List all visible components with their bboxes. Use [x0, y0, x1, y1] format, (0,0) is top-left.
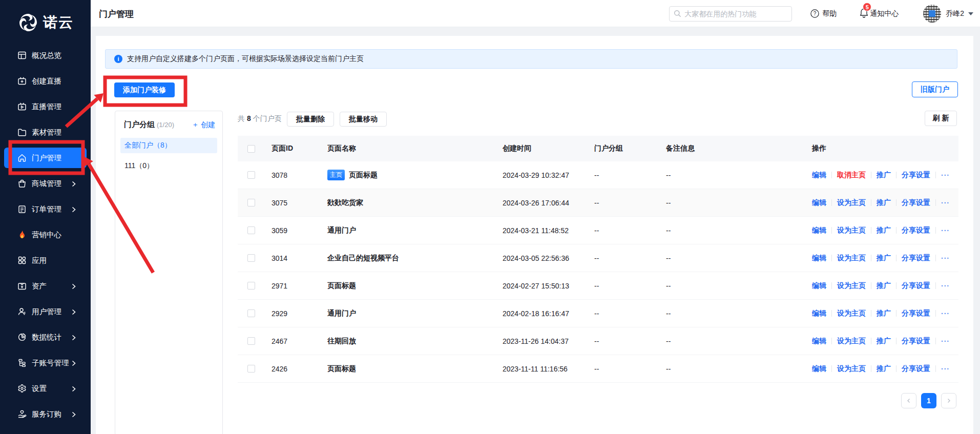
avatar [923, 5, 941, 23]
row-checkbox[interactable] [247, 309, 255, 317]
page-name: 欻欻吃货家 [327, 198, 363, 208]
row-checkbox[interactable] [247, 337, 255, 345]
select-all-checkbox[interactable] [247, 145, 255, 153]
next-page-button[interactable] [941, 393, 956, 408]
sidebar-item-label: 用户管理 [32, 307, 61, 317]
action-link[interactable]: 设为主页 [837, 364, 866, 374]
action-link[interactable]: 分享设置 [902, 198, 930, 208]
action-link[interactable]: 编辑 [812, 254, 826, 263]
action-link[interactable]: 推广 [877, 309, 891, 318]
action-link[interactable]: 推广 [877, 254, 891, 263]
sidebar-item-4[interactable]: 素材管理 [4, 122, 87, 142]
info-banner: i 支持用户自定义搭建多个门户页面，可根据实际场景选择设定当前门户主页 [105, 49, 957, 69]
action-link[interactable]: 编辑 [812, 281, 826, 291]
action-link[interactable]: 设为主页 [837, 337, 866, 346]
top-header: 门户管理 ? 帮助 5 通知中心 乔峰2 [91, 0, 980, 27]
note-value: -- [666, 244, 671, 272]
sidebar-item-5[interactable]: 门户管理 [4, 148, 87, 168]
row-checkbox[interactable] [247, 199, 255, 206]
sidebar-item-3[interactable]: 直播管理 [4, 96, 87, 117]
batch-delete-button[interactable]: 批量删除 [287, 112, 334, 127]
action-link[interactable]: ··· [941, 226, 950, 235]
batch-move-button[interactable]: 批量移动 [340, 112, 387, 127]
sidebar-item-13[interactable]: 子账号管理 [4, 353, 87, 373]
action-link[interactable]: 分享设置 [902, 309, 930, 318]
sidebar-item-14[interactable]: 设置 [4, 378, 87, 399]
sidebar-item-6[interactable]: 商城管理 [4, 173, 87, 194]
page-id: 2426 [272, 355, 287, 382]
row-actions: 编辑设为主页推广分享设置··· [812, 355, 950, 382]
page-id: 2929 [272, 300, 287, 327]
action-link[interactable]: 编辑 [812, 226, 826, 235]
sidebar-item-label: 概况总览 [32, 51, 61, 60]
action-link[interactable]: 推广 [877, 337, 891, 346]
sidebar-item-10[interactable]: 资产 [4, 276, 87, 296]
sidebar-item-label: 应用 [32, 256, 47, 265]
action-link[interactable]: 推广 [877, 281, 891, 291]
action-link[interactable]: 分享设置 [902, 281, 930, 291]
row-checkbox[interactable] [247, 365, 255, 373]
sidebar-item-9[interactable]: 应用 [4, 250, 87, 271]
sidebar-item-1[interactable]: 概况总览 [4, 45, 87, 66]
action-link[interactable]: ··· [941, 171, 950, 179]
sidebar-item-12[interactable]: 数据统计 [4, 327, 87, 347]
legacy-portal-button[interactable]: 旧版门户 [912, 81, 958, 97]
search-input[interactable] [684, 10, 787, 18]
row-checkbox[interactable] [247, 254, 255, 262]
action-link[interactable]: 编辑 [812, 198, 826, 208]
add-portal-button[interactable]: 添加门户装修 [114, 82, 175, 97]
subaccount-icon [17, 358, 27, 368]
created-time: 2023-11-26 14:04:37 [503, 327, 569, 355]
action-link[interactable]: 推广 [877, 226, 891, 235]
notification-center[interactable]: 5 通知中心 [859, 8, 899, 19]
action-link[interactable]: 设为主页 [837, 198, 866, 208]
row-checkbox[interactable] [247, 171, 255, 179]
action-link[interactable]: ··· [941, 282, 950, 290]
action-link[interactable]: ··· [941, 309, 950, 318]
row-checkbox[interactable] [247, 282, 255, 290]
action-link[interactable]: 分享设置 [902, 254, 930, 263]
action-link[interactable]: ··· [941, 365, 950, 373]
note-value: -- [666, 327, 671, 355]
row-checkbox[interactable] [247, 226, 255, 234]
note-value: -- [666, 217, 671, 244]
action-link[interactable]: 推广 [877, 171, 891, 180]
action-link[interactable]: 分享设置 [902, 226, 930, 235]
action-link[interactable]: 设为主页 [837, 254, 866, 263]
action-link[interactable]: 取消主页 [837, 171, 866, 180]
user-menu[interactable]: 乔峰2 [923, 5, 973, 23]
action-link[interactable]: 分享设置 [902, 364, 930, 374]
row-actions: 编辑取消主页推广分享设置··· [812, 161, 950, 189]
page-1-button[interactable]: 1 [921, 393, 936, 408]
prev-page-button[interactable] [901, 393, 916, 408]
group-item-2[interactable]: 111（0） [120, 158, 217, 174]
refresh-button[interactable]: 刷 新 [925, 111, 957, 126]
action-link[interactable]: ··· [941, 199, 950, 207]
sidebar-item-15[interactable]: 服务订购 [4, 404, 87, 424]
action-link[interactable]: ··· [941, 337, 950, 345]
action-link[interactable]: 分享设置 [902, 171, 930, 180]
action-link[interactable]: 设为主页 [837, 226, 866, 235]
action-link[interactable]: 编辑 [812, 171, 826, 180]
sidebar-item-8[interactable]: 营销中心 [4, 224, 87, 245]
action-link[interactable]: 推广 [877, 364, 891, 374]
action-link[interactable]: 推广 [877, 198, 891, 208]
action-link[interactable]: 编辑 [812, 309, 826, 318]
column-header: 操作 [812, 136, 826, 161]
sidebar-item-label: 数据统计 [32, 333, 61, 342]
sidebar-item-7[interactable]: 订单管理 [4, 199, 87, 219]
action-link[interactable]: 分享设置 [902, 337, 930, 346]
sidebar-item-11[interactable]: 用户管理 [4, 301, 87, 322]
action-link[interactable]: ··· [941, 254, 950, 262]
sidebar-item-2[interactable]: 创建直播 [4, 71, 87, 91]
create-group-button[interactable]: ＋ 创建 [192, 120, 215, 130]
action-link[interactable]: 设为主页 [837, 309, 866, 318]
action-link[interactable]: 编辑 [812, 337, 826, 346]
action-link[interactable]: 编辑 [812, 364, 826, 374]
app-logo: 诺云 [0, 0, 91, 33]
group-panel-title: 门户分组 [124, 120, 155, 130]
search-box[interactable] [669, 6, 792, 22]
action-link[interactable]: 设为主页 [837, 281, 866, 291]
group-item-1[interactable]: 全部门户（8） [120, 138, 217, 153]
help-button[interactable]: ? 帮助 [810, 9, 837, 18]
